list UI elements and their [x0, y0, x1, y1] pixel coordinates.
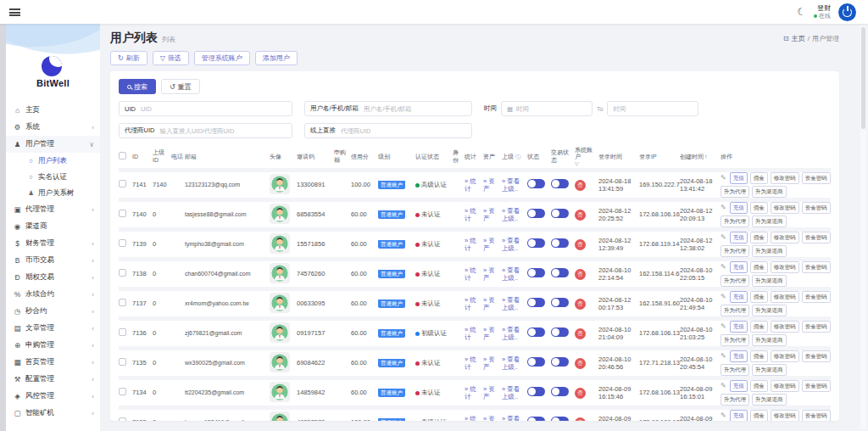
edit-icon[interactable]: ✎ — [721, 263, 726, 271]
sort-icon[interactable]: ↑ — [704, 154, 708, 160]
stats-link[interactable]: » 统计 — [465, 177, 481, 193]
trade-status-toggle[interactable] — [551, 179, 569, 188]
time-start-input[interactable] — [516, 105, 587, 113]
action-funds-password-button[interactable]: 资金密码 — [802, 380, 831, 392]
sidebar-item[interactable]: ▦首页管理‹ — [6, 354, 100, 371]
scrollbar[interactable] — [860, 25, 866, 429]
action-promote-channel-button[interactable]: 升为渠道商 — [752, 364, 787, 376]
uid-input[interactable] — [141, 105, 287, 113]
stats-link[interactable]: » 统计 — [465, 237, 481, 253]
refresh-button[interactable]: ↻刷新 — [110, 51, 147, 65]
sidebar-subitem[interactable]: ♟用户关系树 — [6, 185, 100, 201]
row-checkbox[interactable] — [119, 388, 126, 395]
assets-link[interactable]: » 资产 — [483, 415, 500, 421]
row-checkbox[interactable] — [119, 417, 126, 421]
reset-button[interactable]: ↺重置 — [161, 79, 200, 94]
action-commission-button[interactable]: 佣金 — [750, 291, 768, 303]
sidebar-item[interactable]: ⚒配置管理‹ — [6, 371, 100, 388]
scrollbar-thumb[interactable] — [861, 27, 865, 129]
action-promote-channel-button[interactable]: 升为渠道商 — [752, 334, 787, 346]
sidebar-item[interactable]: ♟用户管理∨ — [6, 136, 100, 153]
action-commission-button[interactable]: 佣金 — [750, 172, 768, 184]
action-change-password-button[interactable]: 修改密码 — [771, 291, 799, 303]
action-recharge-button[interactable]: 充值 — [730, 261, 748, 273]
action-promote-agent-button[interactable]: 升为代理 — [721, 216, 749, 227]
sidebar-subitem[interactable]: ○用户列表 — [6, 153, 100, 169]
column-filter-icon[interactable]: ▽ — [575, 161, 597, 168]
sidebar-item[interactable]: $财务管理‹ — [6, 235, 100, 252]
action-promote-channel-button[interactable]: 升为渠道商 — [752, 186, 787, 198]
sidebar-item[interactable]: ▤文章管理‹ — [6, 320, 100, 337]
edit-icon[interactable]: ✎ — [721, 411, 726, 420]
edit-icon[interactable]: ✎ — [721, 322, 726, 331]
stats-link[interactable]: » 统计 — [465, 355, 481, 372]
action-promote-agent-button[interactable]: 升为代理 — [721, 334, 749, 346]
edit-icon[interactable]: ✎ — [721, 352, 726, 361]
action-promote-channel-button[interactable]: 升为渠道商 — [752, 245, 787, 257]
action-promote-agent-button[interactable]: 升为代理 — [721, 245, 749, 257]
action-change-password-button[interactable]: 修改密码 — [771, 321, 799, 333]
action-recharge-button[interactable]: 充值 — [730, 410, 748, 421]
action-recharge-button[interactable]: 充值 — [730, 202, 748, 214]
online-referrer-input[interactable] — [341, 127, 466, 135]
view-parent-link[interactable]: » 查看上级.. — [502, 177, 526, 193]
sidebar-item[interactable]: ⊕申购管理‹ — [6, 337, 100, 354]
row-checkbox[interactable] — [119, 239, 126, 247]
assets-link[interactable]: » 资产 — [483, 296, 500, 312]
action-change-password-button[interactable]: 修改密码 — [771, 410, 799, 421]
sidebar-item[interactable]: %永续合约‹ — [6, 286, 100, 303]
edit-icon[interactable]: ✎ — [721, 174, 726, 182]
status-toggle[interactable] — [527, 238, 545, 248]
action-promote-channel-button[interactable]: 升为渠道商 — [752, 394, 787, 406]
sidebar-subitem[interactable]: ○实名认证 — [6, 169, 100, 185]
action-promote-agent-button[interactable]: 升为代理 — [721, 275, 749, 287]
action-funds-password-button[interactable]: 资金密码 — [802, 321, 831, 333]
status-toggle[interactable] — [527, 327, 545, 337]
sidebar-item[interactable]: Ð期权交易‹ — [6, 269, 100, 286]
action-recharge-button[interactable]: 充值 — [730, 232, 748, 243]
time-end-input[interactable] — [613, 105, 693, 113]
row-checkbox[interactable] — [119, 358, 126, 366]
filter-button[interactable]: ▽筛选 — [153, 51, 189, 65]
view-parent-link[interactable]: » 查看上级.. — [502, 296, 526, 312]
trade-status-toggle[interactable] — [551, 417, 569, 421]
status-toggle[interactable] — [527, 417, 545, 421]
action-change-password-button[interactable]: 修改密码 — [771, 172, 799, 184]
action-recharge-button[interactable]: 充值 — [730, 350, 748, 362]
agent-uid-input[interactable] — [159, 127, 287, 135]
row-checkbox[interactable] — [119, 180, 126, 188]
stats-link[interactable]: » 统计 — [465, 296, 481, 312]
select-all-checkbox[interactable] — [119, 152, 126, 160]
action-recharge-button[interactable]: 充值 — [730, 321, 748, 333]
edit-icon[interactable]: ✎ — [721, 204, 726, 212]
online-referrer-field[interactable]: 线上直推 — [304, 123, 472, 138]
action-recharge-button[interactable]: 充值 — [730, 380, 748, 392]
action-funds-password-button[interactable]: 资金密码 — [802, 350, 831, 362]
action-promote-channel-button[interactable]: 升为渠道商 — [752, 275, 787, 287]
view-parent-link[interactable]: » 查看上级.. — [502, 355, 526, 372]
view-parent-link[interactable]: » 查看上级.. — [502, 266, 526, 283]
sidebar-item[interactable]: ⌂主页 — [6, 102, 100, 119]
sidebar-item[interactable]: ▣代理管理‹ — [6, 201, 100, 218]
account-field[interactable]: 用户名/手机/邮箱 — [304, 101, 472, 116]
assets-link[interactable]: » 资产 — [483, 237, 500, 253]
manage-system-accounts-button[interactable]: 管理系统账户 — [194, 51, 250, 65]
action-change-password-button[interactable]: 修改密码 — [771, 232, 799, 243]
stats-link[interactable]: » 统计 — [465, 415, 481, 421]
status-toggle[interactable] — [527, 268, 545, 277]
action-commission-button[interactable]: 佣金 — [750, 380, 768, 392]
user-info[interactable]: 登财 在线 — [814, 4, 831, 19]
row-checkbox[interactable] — [119, 328, 126, 336]
assets-link[interactable]: » 资产 — [483, 385, 500, 401]
assets-link[interactable]: » 资产 — [483, 177, 500, 193]
trade-status-toggle[interactable] — [551, 209, 569, 218]
assets-link[interactable]: » 资产 — [483, 355, 500, 372]
view-parent-link[interactable]: » 查看上级.. — [502, 237, 526, 253]
sidebar-item[interactable]: ⚙系统‹ — [6, 119, 100, 136]
row-checkbox[interactable] — [119, 299, 126, 306]
action-recharge-button[interactable]: 充值 — [730, 291, 748, 303]
view-parent-link[interactable]: » 查看上级.. — [502, 385, 526, 401]
sidebar-item[interactable]: ▢智能矿机‹ — [6, 405, 100, 422]
add-user-button[interactable]: 添加用户 — [255, 51, 298, 65]
trade-status-toggle[interactable] — [551, 327, 569, 337]
